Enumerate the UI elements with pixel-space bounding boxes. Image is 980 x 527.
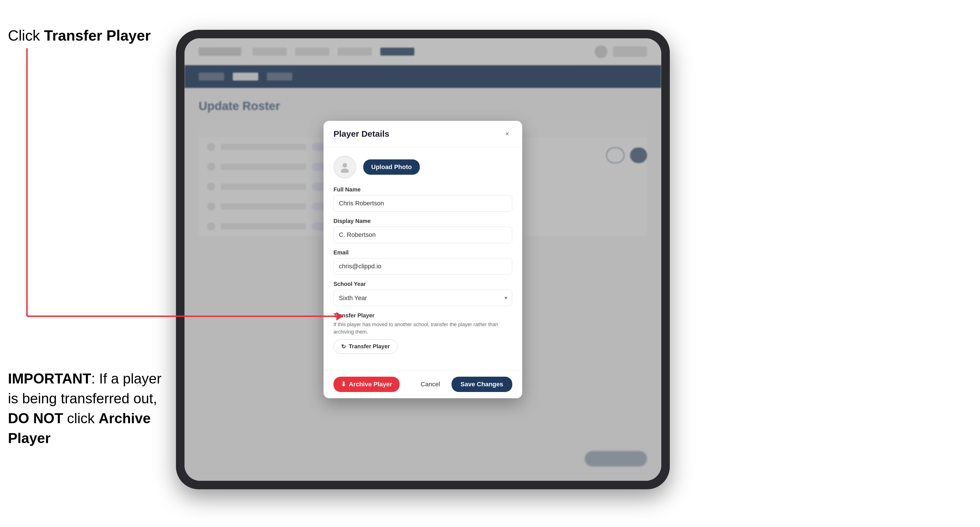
- transfer-icon: ↻: [341, 343, 346, 350]
- upload-photo-button[interactable]: Upload Photo: [363, 159, 420, 175]
- cancel-button[interactable]: Cancel: [415, 377, 445, 392]
- important-label: IMPORTANT: [8, 371, 91, 387]
- avatar-circle: [334, 156, 356, 178]
- click-annotation: Click Transfer Player: [8, 27, 151, 44]
- save-changes-button[interactable]: Save Changes: [452, 377, 512, 392]
- display-name-label: Display Name: [334, 218, 512, 224]
- email-field: Email: [334, 249, 512, 275]
- svg-point-1: [341, 168, 349, 173]
- click-prefix: Click: [8, 27, 44, 44]
- archive-label: Archive Player: [349, 381, 392, 388]
- tablet-screen: Update Roster: [185, 38, 661, 481]
- player-details-modal: Player Details ×: [323, 121, 522, 398]
- modal-close-button[interactable]: ×: [502, 129, 512, 139]
- app-background: Update Roster: [185, 38, 661, 481]
- school-year-select[interactable]: First Year Second Year Third Year Fourth…: [334, 290, 512, 306]
- email-label: Email: [334, 249, 512, 256]
- modal-overlay: Player Details ×: [185, 38, 661, 481]
- modal-header: Player Details ×: [323, 121, 522, 147]
- transfer-section-description: If this player has moved to another scho…: [334, 321, 512, 335]
- school-year-select-wrapper: First Year Second Year Third Year Fourth…: [334, 290, 512, 306]
- do-not-label: DO NOT: [8, 410, 63, 426]
- transfer-section-label: Transfer Player: [334, 312, 512, 319]
- modal-footer: ⬇ Archive Player Cancel Save Changes: [323, 370, 522, 398]
- archive-player-button[interactable]: ⬇ Archive Player: [334, 377, 399, 392]
- tablet-device: Update Roster: [176, 30, 670, 489]
- bottom-note-suffix: click: [63, 410, 99, 426]
- full-name-field: Full Name: [334, 186, 512, 211]
- school-year-field: School Year First Year Second Year Third…: [334, 281, 512, 306]
- svg-point-0: [342, 163, 347, 168]
- modal-body: Upload Photo Full Name Display Name: [323, 147, 522, 370]
- person-icon: [339, 161, 350, 173]
- transfer-player-button[interactable]: ↻ Transfer Player: [334, 340, 398, 354]
- full-name-label: Full Name: [334, 186, 512, 193]
- transfer-player-section: Transfer Player If this player has moved…: [334, 312, 512, 353]
- modal-title: Player Details: [334, 129, 390, 139]
- avatar-section: Upload Photo: [334, 156, 512, 178]
- transfer-player-label: Transfer Player: [349, 343, 390, 350]
- display-name-field: Display Name: [334, 218, 512, 243]
- click-highlight: Transfer Player: [44, 27, 151, 44]
- bottom-annotation: IMPORTANT: If a player is being transfer…: [8, 369, 173, 448]
- school-year-label: School Year: [334, 281, 512, 287]
- archive-icon: ⬇: [341, 381, 346, 388]
- full-name-input[interactable]: [334, 195, 512, 211]
- email-input[interactable]: [334, 258, 512, 275]
- display-name-input[interactable]: [334, 227, 512, 243]
